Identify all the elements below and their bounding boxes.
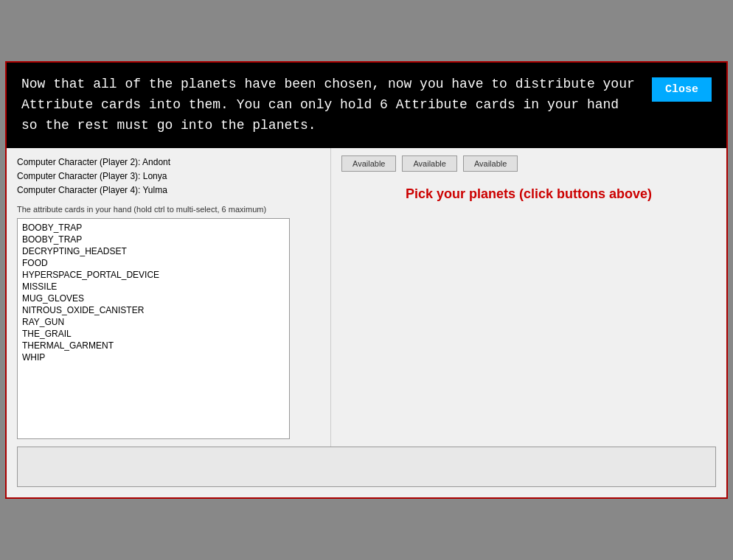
hand-label: The attribute cards in your hand (hold c… (17, 205, 320, 214)
planet-button-3[interactable]: Available (463, 155, 518, 172)
main-content: Computer Character (Player 2): Andont Co… (7, 148, 726, 447)
card-item[interactable]: FOOD (21, 257, 286, 269)
card-item[interactable]: WHIP (21, 351, 286, 363)
main-window: Now that all of the planets have been ch… (5, 61, 728, 499)
pick-planets-label: Pick your planets (click buttons above) (341, 186, 716, 202)
card-item[interactable]: DECRYPTING_HEADSET (21, 245, 286, 257)
card-item[interactable]: HYPERSPACE_PORTAL_DEVICE (21, 269, 286, 281)
card-item[interactable]: THE_GRAIL (21, 328, 286, 340)
player-item-2: Computer Character (Player 2): Andont (17, 155, 320, 169)
card-item[interactable]: BOOBY_TRAP (21, 222, 286, 234)
planets-row: Available Available Available (341, 155, 716, 175)
player-item-3: Computer Character (Player 3): Lonya (17, 169, 320, 183)
bottom-bar (17, 447, 716, 487)
header-message: Now that all of the planets have been ch… (21, 74, 640, 136)
header-panel: Now that all of the planets have been ch… (7, 63, 726, 148)
card-item[interactable]: RAY_GUN (21, 316, 286, 328)
card-item[interactable]: NITROUS_OXIDE_CANISTER (21, 304, 286, 316)
card-item[interactable]: MUG_GLOVES (21, 293, 286, 304)
card-item[interactable]: THERMAL_GARMENT (21, 340, 286, 351)
right-panel: Available Available Available Pick your … (331, 148, 726, 447)
player-item-4: Computer Character (Player 4): Yulma (17, 183, 320, 197)
card-item[interactable]: MISSILE (21, 281, 286, 293)
card-listbox[interactable]: BOOBY_TRAPBOOBY_TRAPDECRYPTING_HEADSETFO… (17, 218, 290, 439)
planet-button-1[interactable]: Available (341, 155, 396, 172)
card-item[interactable]: BOOBY_TRAP (21, 234, 286, 245)
close-button[interactable]: Close (652, 77, 712, 102)
planet-button-2[interactable]: Available (402, 155, 456, 172)
player-list: Computer Character (Player 2): Andont Co… (17, 155, 320, 198)
left-panel: Computer Character (Player 2): Andont Co… (7, 148, 331, 447)
